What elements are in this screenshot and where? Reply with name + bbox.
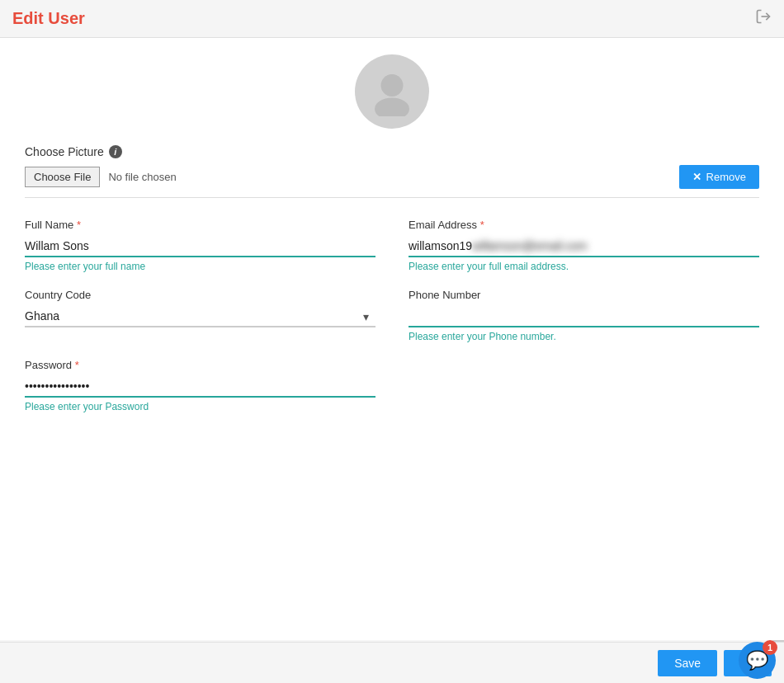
- phone-group: Phone Number Please enter your Phone num…: [409, 289, 759, 342]
- save-button[interactable]: Save: [658, 650, 717, 676]
- email-label: Email Address *: [409, 219, 759, 231]
- footer: Save Ca 💬 1: [0, 642, 784, 683]
- full-name-required: *: [77, 219, 81, 231]
- country-code-label: Country Code: [25, 289, 375, 301]
- password-hint: Please enter your Password: [25, 401, 375, 412]
- remove-button[interactable]: ✕ Remove: [679, 165, 759, 189]
- form-grid-top: Full Name * Please enter your full name …: [25, 219, 759, 272]
- remove-label: Remove: [706, 171, 746, 183]
- chat-badge: 1: [763, 640, 777, 655]
- email-group: Email Address * willamson19willamson@ema…: [409, 219, 759, 272]
- title-text: Edit: [12, 9, 44, 27]
- country-code-label-text: Country Code: [25, 289, 91, 301]
- title-highlight: User: [44, 9, 85, 27]
- email-hint: Please enter your full email address.: [409, 261, 759, 272]
- full-name-group: Full Name * Please enter your full name: [25, 219, 375, 272]
- phone-label: Phone Number: [409, 289, 759, 301]
- password-row: Password * Please enter your Password: [25, 359, 759, 412]
- full-name-label-text: Full Name: [25, 219, 73, 231]
- header: Edit User: [0, 0, 784, 38]
- page-title: Edit User: [12, 9, 85, 28]
- picture-label-text: Choose Picture: [25, 145, 104, 158]
- country-code-group: Country Code Ghana United States United …: [25, 289, 375, 342]
- password-label-text: Password: [25, 359, 72, 371]
- x-icon: ✕: [692, 171, 701, 183]
- empty-column: [409, 359, 759, 412]
- email-required: *: [480, 219, 484, 231]
- phone-input[interactable]: [409, 306, 759, 327]
- full-name-input[interactable]: [25, 236, 375, 257]
- full-name-hint: Please enter your full name: [25, 261, 375, 272]
- phone-hint: Please enter your Phone number.: [409, 331, 759, 342]
- avatar-container: [25, 54, 759, 129]
- country-select-wrapper: Ghana United States United Kingdom Canad…: [25, 306, 375, 327]
- avatar: [355, 54, 429, 129]
- form-grid-middle: Country Code Ghana United States United …: [25, 289, 759, 342]
- full-name-label: Full Name *: [25, 219, 375, 231]
- choose-file-button[interactable]: Choose File: [25, 167, 100, 187]
- country-code-select[interactable]: Ghana United States United Kingdom Canad…: [25, 306, 375, 327]
- email-label-text: Email Address: [409, 219, 477, 231]
- chat-bubble[interactable]: 💬 1: [739, 642, 776, 679]
- phone-label-text: Phone Number: [409, 289, 480, 301]
- file-input-row: Choose File No file chosen ✕ Remove: [25, 165, 759, 198]
- file-input-left: Choose File No file chosen: [25, 167, 679, 187]
- info-icon: i: [109, 145, 122, 158]
- email-value-display: willamson19willamson@email.com: [409, 236, 759, 257]
- password-label: Password *: [25, 359, 375, 371]
- svg-point-2: [375, 98, 409, 117]
- svg-point-1: [381, 74, 404, 97]
- exit-icon[interactable]: [755, 8, 772, 29]
- choose-picture-label: Choose Picture i: [25, 145, 759, 158]
- password-group: Password * Please enter your Password: [25, 359, 375, 412]
- password-required: *: [75, 359, 79, 371]
- no-file-text: No file chosen: [108, 171, 176, 183]
- email-blurred-part: willamson@email.com: [472, 239, 587, 252]
- main-content: Choose Picture i Choose File No file cho…: [0, 38, 784, 640]
- password-input[interactable]: [25, 376, 375, 398]
